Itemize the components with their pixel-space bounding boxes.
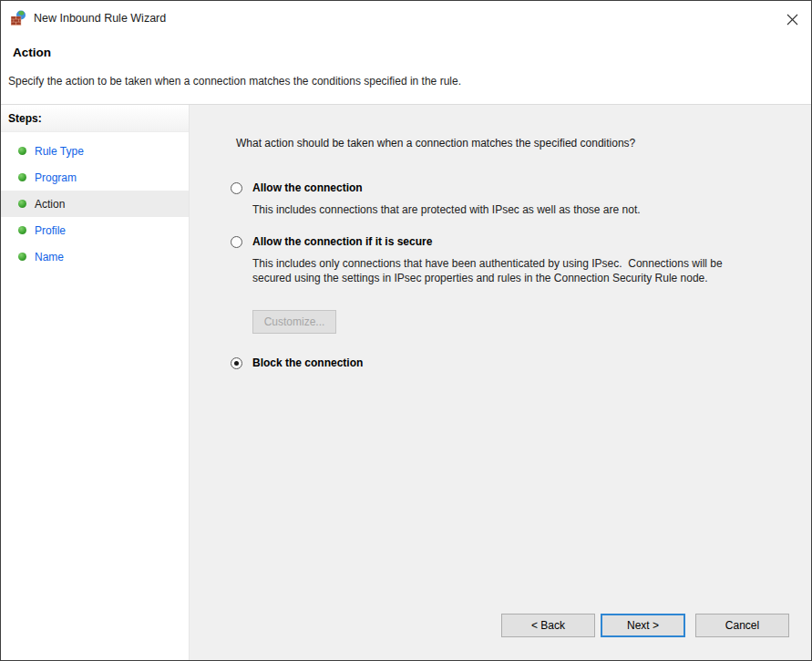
sidebar-item-name[interactable]: Name: [1, 243, 189, 270]
sidebar-item-profile[interactable]: Profile: [1, 217, 189, 243]
sidebar-item-label: Program: [35, 171, 77, 184]
step-bullet-icon: [18, 147, 26, 155]
option-label-allow-secure[interactable]: Allow the connection if it is secure: [252, 235, 432, 248]
wizard-content: What action should be taken when a conne…: [190, 105, 811, 660]
option-desc-allow-secure: This includes only connections that have…: [252, 256, 759, 285]
sidebar-item-label: Profile: [35, 224, 66, 237]
close-button[interactable]: [780, 8, 804, 30]
step-bullet-icon: [18, 173, 26, 181]
sidebar-item-label: Action: [35, 198, 65, 211]
question-text: What action should be taken when a conne…: [236, 137, 783, 150]
steps-sidebar: Steps: Rule Type Program Action Profile …: [1, 105, 190, 660]
window-title: New Inbound Rule Wizard: [34, 12, 166, 25]
radio-allow-secure[interactable]: [231, 236, 242, 248]
page-title: Action: [13, 46, 51, 59]
step-bullet-icon: [18, 253, 26, 261]
page-subtitle: Specify the action to be taken when a co…: [8, 75, 461, 88]
steps-heading: Steps:: [1, 105, 189, 132]
sidebar-item-label: Name: [35, 251, 64, 263]
sidebar-item-action[interactable]: Action: [1, 191, 189, 217]
next-button[interactable]: Next >: [601, 614, 685, 637]
option-label-block[interactable]: Block the connection: [252, 356, 363, 369]
wizard-window: New Inbound Rule Wizard Action Specify t…: [0, 0, 812, 661]
step-bullet-icon: [18, 226, 26, 234]
sidebar-item-program[interactable]: Program: [1, 164, 189, 191]
option-label-allow[interactable]: Allow the connection: [252, 181, 363, 194]
option-desc-allow: This includes connections that are prote…: [252, 202, 763, 217]
back-button[interactable]: < Back: [501, 614, 595, 637]
title-bar: New Inbound Rule Wizard: [1, 1, 811, 37]
radio-allow-connection[interactable]: [231, 182, 242, 194]
sidebar-item-rule-type[interactable]: Rule Type: [1, 138, 189, 164]
radio-block-connection[interactable]: [231, 357, 242, 369]
customize-button[interactable]: Customize...: [252, 310, 336, 334]
sidebar-item-label: Rule Type: [35, 145, 84, 158]
step-bullet-icon: [18, 200, 26, 208]
firewall-icon: [11, 10, 26, 26]
cancel-button[interactable]: Cancel: [695, 614, 789, 637]
close-icon: [786, 14, 798, 26]
steps-list: Rule Type Program Action Profile Name: [1, 138, 189, 270]
